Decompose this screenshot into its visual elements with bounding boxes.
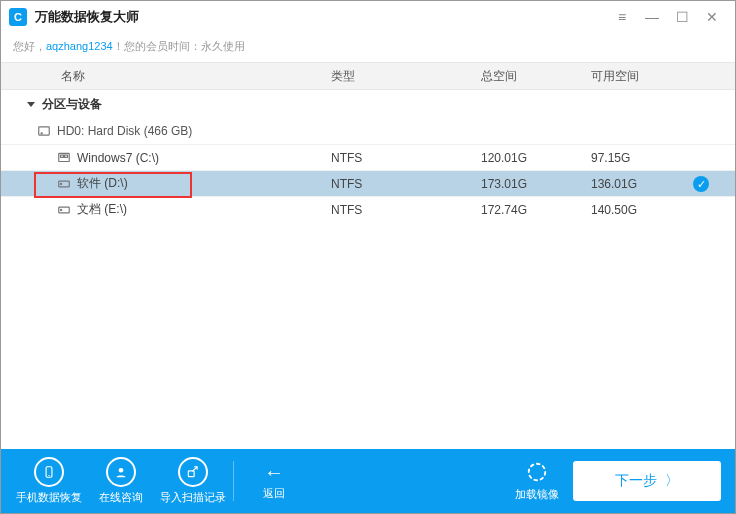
phone-recovery-label: 手机数据恢复 [16, 490, 82, 505]
hard-disk-icon [37, 124, 51, 138]
col-header-free: 可用空间 [591, 68, 681, 85]
separator [233, 461, 234, 501]
volume-tree: 分区与设备 HD0: Hard Disk (466 GB) Windows7 (… [1, 90, 735, 449]
back-label: 返回 [263, 486, 285, 501]
online-chat-label: 在线咨询 [99, 490, 143, 505]
svg-rect-0 [39, 127, 50, 135]
next-button[interactable]: 下一步 〉 [573, 461, 721, 501]
svg-point-1 [41, 133, 42, 134]
drive-icon [57, 177, 71, 191]
greeting-prefix: 您好， [13, 40, 46, 52]
volume-total: 173.01G [481, 177, 591, 191]
import-icon [178, 457, 208, 487]
svg-rect-12 [188, 471, 194, 477]
app-logo: C [9, 8, 27, 26]
maximize-button[interactable]: ☐ [667, 6, 697, 28]
person-icon [106, 457, 136, 487]
next-label: 下一步 [615, 472, 657, 490]
svg-point-8 [61, 209, 62, 210]
close-button[interactable]: ✕ [697, 6, 727, 28]
volume-name: 文档 (E:\) [77, 201, 127, 218]
load-image-button[interactable]: 加载镜像 [501, 449, 573, 513]
loading-icon [526, 461, 548, 483]
greeting-suffix: ！您的会员时间：永久使用 [113, 40, 245, 52]
chevron-down-icon [27, 102, 35, 107]
arrow-left-icon: ← [264, 462, 284, 482]
volume-row-c[interactable]: Windows7 (C:\) NTFS 120.01G 97.15G [1, 144, 735, 170]
os-drive-icon [57, 151, 71, 165]
chevron-right-icon: 〉 [665, 472, 679, 490]
bottom-bar: 手机数据恢复 在线咨询 导入扫描记录 ← 返回 加载镜像 下一步 〉 [1, 449, 735, 513]
window-title: 万能数据恢复大师 [35, 8, 139, 26]
volume-free: 136.01G [591, 177, 681, 191]
volume-name: 软件 (D:\) [77, 175, 128, 192]
col-header-name: 名称 [1, 68, 331, 85]
table-header: 名称 类型 总空间 可用空间 [1, 62, 735, 90]
col-header-total: 总空间 [481, 68, 591, 85]
app-logo-letter: C [14, 11, 22, 23]
volume-free: 140.50G [591, 203, 681, 217]
section-title: 分区与设备 [42, 96, 102, 113]
back-button[interactable]: ← 返回 [238, 449, 310, 513]
svg-point-13 [529, 463, 546, 480]
volume-total: 172.74G [481, 203, 591, 217]
greeting-bar: 您好，aqzhang1234！您的会员时间：永久使用 [1, 33, 735, 62]
svg-point-11 [119, 468, 124, 473]
greeting-user: aqzhang1234 [46, 40, 113, 52]
svg-point-6 [61, 183, 62, 184]
volume-type: NTFS [331, 203, 481, 217]
volume-type: NTFS [331, 177, 481, 191]
volume-total: 120.01G [481, 151, 591, 165]
title-bar: C 万能数据恢复大师 ≡ — ☐ ✕ [1, 1, 735, 33]
menu-button[interactable]: ≡ [607, 6, 637, 28]
window-controls: ≡ — ☐ ✕ [607, 6, 727, 28]
svg-rect-4 [65, 155, 68, 157]
volume-name: Windows7 (C:\) [77, 151, 159, 165]
minimize-button[interactable]: — [637, 6, 667, 28]
check-icon: ✓ [693, 176, 709, 192]
drive-icon [57, 203, 71, 217]
online-chat-button[interactable]: 在线咨询 [85, 449, 157, 513]
volume-row-d[interactable]: 软件 (D:\) NTFS 173.01G 136.01G ✓ [1, 170, 735, 196]
load-image-label: 加载镜像 [515, 487, 559, 502]
col-header-type: 类型 [331, 68, 481, 85]
import-scan-label: 导入扫描记录 [160, 490, 226, 505]
section-partitions[interactable]: 分区与设备 [1, 90, 735, 118]
svg-rect-3 [61, 155, 64, 157]
phone-icon [34, 457, 64, 487]
import-scan-button[interactable]: 导入扫描记录 [157, 449, 229, 513]
disk-label: HD0: Hard Disk (466 GB) [57, 124, 192, 138]
volume-type: NTFS [331, 151, 481, 165]
phone-recovery-button[interactable]: 手机数据恢复 [13, 449, 85, 513]
volume-free: 97.15G [591, 151, 681, 165]
disk-row[interactable]: HD0: Hard Disk (466 GB) [1, 118, 735, 144]
volume-row-e[interactable]: 文档 (E:\) NTFS 172.74G 140.50G [1, 196, 735, 222]
